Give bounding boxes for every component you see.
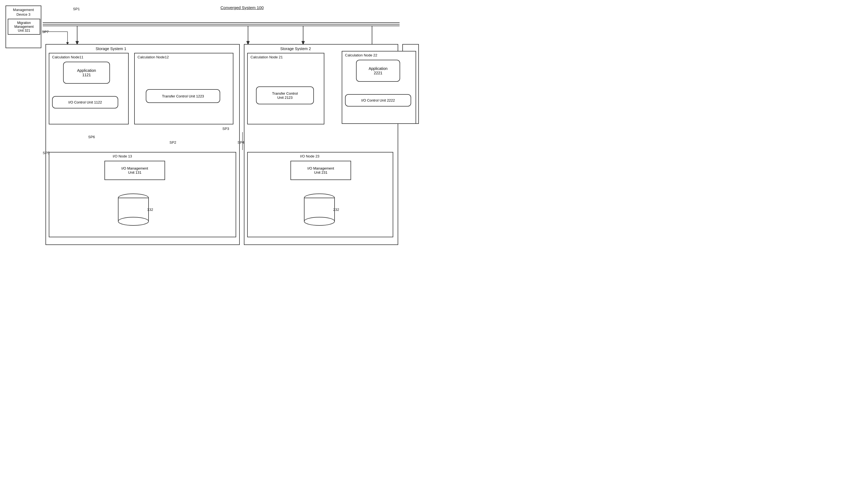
transfer-control-1223-label: Transfer Control Unit 1223 (162, 94, 204, 98)
io-management-231-box: I/O Management Unit 231 (291, 161, 351, 180)
io-management-131-label: I/O Management Unit 131 (122, 166, 148, 175)
transfer-control-1223-box: Transfer Control Unit 1223 (146, 89, 220, 103)
svg-point-29 (118, 217, 149, 226)
io-management-231-label: I/O Management Unit 231 (308, 166, 334, 175)
application-2221-label: Application 2221 (369, 66, 388, 75)
calc-node-12-box: Calculation Node12 Transfer Control Unit… (134, 53, 234, 124)
calc-node-21-box: Calculation Node 21 Transfer Control Uni… (247, 53, 324, 124)
io-control-1122-label: I/O Control Unit 1122 (68, 100, 102, 104)
storage-232-svg (301, 193, 337, 228)
sp7-label: SP7 (42, 30, 49, 34)
storage-232: 232 (301, 193, 337, 229)
io-node-13-label: I/O Node 13 (113, 154, 132, 159)
transfer-control-2123-box: Transfer Control Unit 2123 (256, 86, 314, 104)
storage-132: 132 (116, 193, 151, 229)
io-control-2222-box: I/O Control Unit 2222 (345, 94, 411, 107)
management-device-label: Management Device 3 (8, 8, 39, 17)
sp3-label: SP3 (222, 127, 229, 131)
converged-system-label: Converged System 100 (221, 5, 264, 11)
calc-node-21-label: Calculation Node 21 (251, 55, 283, 60)
application-2221-box: Application 2221 (356, 60, 400, 82)
io-control-2222-label: I/O Control Unit 2222 (361, 98, 395, 103)
application-1121-label: Application 1121 (77, 68, 96, 77)
storage-system-1-box: Storage System 1 Calculation Node11 Appl… (46, 44, 240, 245)
sp5-label: SP5 (43, 151, 50, 156)
storage-132-label: 132 (147, 208, 153, 212)
transfer-control-2123-label: Transfer Control Unit 2123 (272, 91, 298, 100)
io-control-1122-box: I/O Control Unit 1122 (52, 96, 118, 108)
sp6-label: SP6 (88, 135, 95, 140)
io-node-23-label: I/O Node 23 (300, 154, 320, 159)
management-device-box: Management Device 3 Migration Management… (5, 5, 41, 48)
storage-132-svg (116, 193, 151, 228)
migration-management-box: Migration Management Unit 321 (8, 19, 40, 35)
sp2-label: SP2 (170, 140, 176, 145)
io-management-131-box: I/O Management Unit 131 (104, 161, 165, 180)
sp1-label: SP1 (73, 7, 80, 12)
calc-node-12-label: Calculation Node12 (138, 55, 169, 60)
calc-node-22-outer: Calculation Node 22 Application 2221 I/O… (342, 51, 416, 124)
calc-node-11-box: Calculation Node11 Application 1121 I/O … (49, 53, 129, 124)
svg-point-34 (304, 217, 334, 226)
diagram: Management Device 3 Migration Management… (0, 0, 423, 252)
migration-management-label: Migration Management Unit 321 (10, 21, 38, 33)
storage-system-2-label: Storage System 2 (280, 46, 311, 51)
sp4-label: SP4 (238, 140, 244, 145)
io-node-23-box: I/O Node 23 I/O Management Unit 231 232 (247, 152, 393, 237)
storage-system-1-label: Storage System 1 (96, 46, 126, 51)
application-1121-box: Application 1121 (63, 62, 110, 84)
calc-node-22-label: Calculation Node 22 (345, 53, 377, 58)
io-node-13-box: I/O Node 13 I/O Management Unit 131 132 (49, 152, 236, 237)
calc-node-11-label: Calculation Node11 (52, 55, 83, 60)
storage-232-label: 232 (333, 208, 339, 212)
